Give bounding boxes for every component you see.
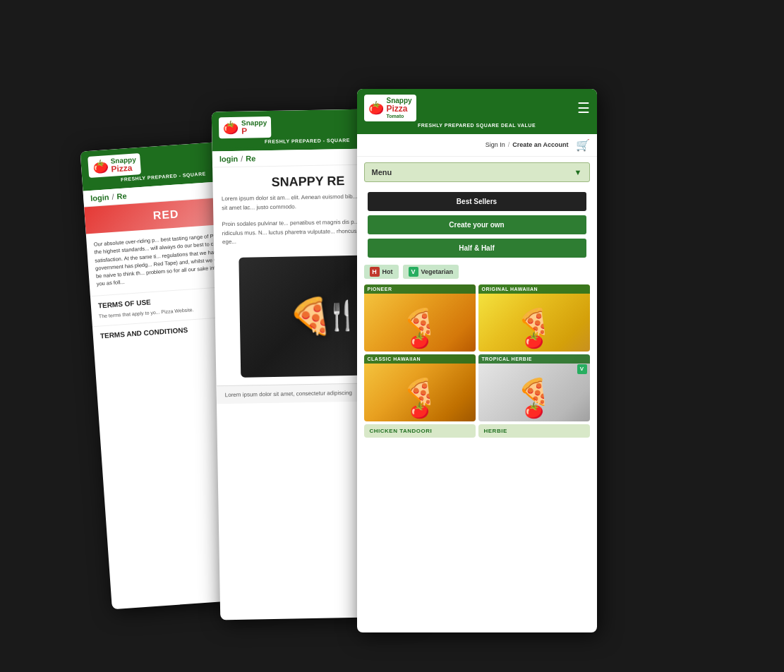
scene: 🍅 Snappy Pizza FRESHLY PREPARED - SQUARE… (75, 54, 710, 618)
nav-sep-right: / (508, 141, 510, 148)
logo-box-right: 🍅 Snappy Pizza Tomato (364, 95, 416, 121)
phone-card-right: 🍅 Snappy Pizza Tomato ☰ FRESHLY PREPARED… (357, 89, 597, 632)
veg-tag-letter: V (409, 267, 418, 277)
pizza-label: Pizza (111, 163, 137, 174)
nav-sep-left: / (111, 193, 114, 201)
filter-hot[interactable]: H Hot (364, 265, 399, 279)
veg-tag-label: Vegetarian (421, 268, 454, 275)
pizza-name-tropical: TROPICAL HERBIE (478, 354, 590, 364)
pizza-card-hawaiian[interactable]: ORIGINAL HAWAIIAN 🍕 🍅 (478, 284, 590, 352)
filter-row: H Hot V Vegetarian (357, 262, 597, 282)
pizza-img-hawaiian: ORIGINAL HAWAIIAN 🍕 🍅 (478, 284, 590, 352)
pizza-label-mid: P (241, 126, 267, 136)
pizza-name-pioneer: PIONEER (364, 284, 476, 294)
cart-icon[interactable]: 🛒 (576, 138, 590, 152)
register-link-left[interactable]: Re (116, 192, 127, 201)
pizza-card-pioneer[interactable]: PIONEER 🍕 🍅 (364, 284, 476, 352)
pizza-bottom-row: CHICKEN TANDOORI HERBIE (357, 424, 597, 440)
login-link-mid[interactable]: login (219, 155, 237, 163)
signin-link[interactable]: Sign In (486, 141, 505, 148)
logo-box-mid: 🍅 Snappy P (218, 116, 271, 138)
hot-tag-letter: H (370, 267, 380, 277)
logo-text-left: Snappy Pizza (110, 155, 137, 174)
pizza-img-tropical: TROPICAL HERBIE V 🍕 🍅 (478, 354, 590, 421)
logo-box-left: 🍅 Snappy Pizza (88, 153, 141, 178)
login-link-left[interactable]: login (90, 193, 109, 203)
action-buttons: Best Sellers Create your own Half & Half (357, 188, 597, 262)
pizza-name-classic: CLASSIC HAWAIIAN (364, 354, 476, 364)
hot-tag-label: Hot (382, 268, 393, 275)
half-half-button[interactable]: Half & Half (368, 239, 586, 258)
pizza-card-classic[interactable]: CLASSIC HAWAIIAN 🍕 🍅 (364, 354, 476, 421)
pizza-img-classic: CLASSIC HAWAIIAN 🍕 🍅 (364, 354, 476, 421)
fork-knife-icon: 🍴 (324, 299, 360, 332)
create-own-button[interactable]: Create your own (368, 215, 586, 234)
tomato-icon-left: 🍅 (92, 158, 108, 174)
create-account-link[interactable]: Create an Account (512, 141, 568, 148)
header-right: 🍅 Snappy Pizza Tomato ☰ FRESHLY PREPARED… (357, 89, 597, 134)
pizza-label-right: Pizza (387, 104, 412, 114)
nav-sep-mid: / (241, 155, 243, 163)
filter-veg[interactable]: V Vegetarian (403, 265, 459, 279)
logo-text-right: Snappy Pizza Tomato (387, 97, 412, 119)
logo-bar-right: 🍅 Snappy Pizza Tomato ☰ (364, 95, 590, 121)
bottom-pizza-tandoori[interactable]: CHICKEN TANDOORI (364, 424, 476, 438)
right-nav-bar: Sign In / Create an Account 🛒 (357, 134, 597, 157)
pizza-card-tropical[interactable]: TROPICAL HERBIE V 🍕 🍅 (478, 354, 590, 421)
pizza-grid: PIONEER 🍕 🍅 ORIGINAL HAWAIIAN 🍕 🍅 CLASSI… (357, 282, 597, 424)
best-sellers-button[interactable]: Best Sellers (368, 192, 586, 211)
bottom-pizza-herbie[interactable]: HERBIE (478, 424, 590, 438)
logo-text-mid: Snappy P (241, 119, 267, 136)
tomato-sub-label: Tomato (387, 114, 412, 119)
tomato-icon-mid: 🍅 (222, 120, 238, 136)
hamburger-icon-right[interactable]: ☰ (577, 100, 590, 116)
pizza-img-pioneer: PIONEER 🍕 🍅 (364, 284, 476, 352)
veg-badge-tropical: V (577, 364, 587, 374)
dropdown-arrow-icon: ▼ (574, 168, 582, 176)
menu-label: Menu (372, 168, 392, 176)
pizza-name-hawaiian: ORIGINAL HAWAIIAN (478, 284, 590, 294)
tomato-icon-right: 🍅 (368, 100, 384, 116)
menu-dropdown[interactable]: Menu ▼ (364, 162, 590, 182)
register-link-mid[interactable]: Re (246, 155, 255, 163)
tagline-right: FRESHLY PREPARED SQUARE DEAL VALUE (364, 121, 590, 131)
